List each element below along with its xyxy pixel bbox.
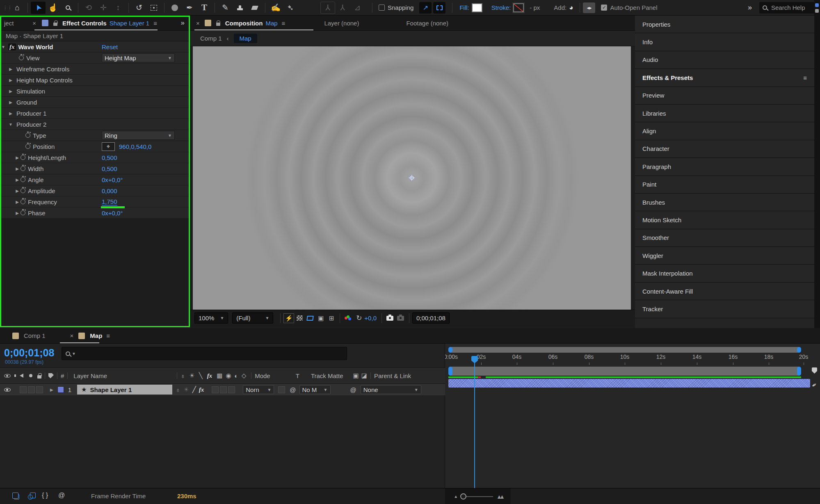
- magnification-dropdown[interactable]: 100%▼: [194, 312, 228, 324]
- preserve-transparency-icon[interactable]: ▣: [353, 372, 359, 379]
- footage-panel-tab[interactable]: Footage (none): [406, 20, 448, 27]
- composition-viewport[interactable]: ⌖: [193, 46, 631, 310]
- property-row-frequency[interactable]: ▶ Frequency 1,750: [0, 196, 190, 208]
- view-dropdown[interactable]: Height Map▼: [102, 53, 175, 62]
- dolly-camera-icon[interactable]: ↕: [111, 2, 126, 14]
- layer-duration-bar[interactable]: [448, 379, 810, 388]
- pan-camera-icon[interactable]: ✛: [96, 2, 111, 14]
- sidebar-item-paint[interactable]: Paint: [635, 176, 814, 194]
- snail-icon[interactable]: @: [58, 492, 65, 499]
- effect-row-wave-world[interactable]: ▼ fx Wave World Reset: [0, 41, 190, 52]
- snapshot-camera-icon[interactable]: [385, 313, 395, 323]
- sidebar-item-wiggler[interactable]: Wiggler: [635, 247, 814, 265]
- property-row-position[interactable]: Position ⌖ 960,0,540,0: [0, 141, 190, 152]
- zoom-tool-icon[interactable]: [60, 2, 75, 14]
- switch-cell[interactable]: [212, 386, 219, 393]
- stopwatch-icon[interactable]: [21, 199, 25, 204]
- chevron-right-icon[interactable]: ▶: [7, 100, 14, 105]
- close-icon[interactable]: ×: [32, 20, 36, 27]
- fast-previews-icon[interactable]: ⚡: [283, 313, 294, 323]
- fx-icon[interactable]: fx: [206, 372, 214, 379]
- eye-icon[interactable]: [4, 374, 11, 378]
- property-row-view[interactable]: View Height Map▼: [0, 52, 190, 64]
- switch-cell[interactable]: [228, 386, 235, 393]
- panel-menu-icon[interactable]: ≡: [106, 332, 110, 339]
- chevron-right-icon[interactable]: ▶: [14, 189, 21, 193]
- chevron-down-icon[interactable]: ▼: [7, 122, 14, 127]
- stopwatch-icon[interactable]: [25, 133, 30, 138]
- chevron-right-icon[interactable]: ▶: [7, 89, 14, 94]
- resolution-dropdown[interactable]: (Full)▼: [232, 312, 273, 324]
- search-help-box[interactable]: Search Help: [759, 2, 817, 14]
- timeline-horizontal-scrollbar[interactable]: [448, 347, 801, 353]
- shield-icon[interactable]: [812, 367, 817, 374]
- sidebar-item-brushes[interactable]: Brushes: [635, 194, 814, 211]
- column-mode[interactable]: Mode: [255, 372, 270, 379]
- panel-menu-icon[interactable]: ≡: [282, 20, 286, 27]
- audio-toggle-cell[interactable]: [20, 386, 27, 393]
- world-axis-icon[interactable]: ⅄: [335, 2, 350, 14]
- property-value[interactable]: 0x+0,0°: [102, 176, 123, 183]
- property-row-phase[interactable]: ▶ Phase 0x+0,0°: [0, 208, 190, 219]
- zoom-out-mountain-icon[interactable]: ▲: [454, 494, 458, 499]
- timeline-search-input[interactable]: ▼: [62, 347, 347, 360]
- group-row-height-map-controls[interactable]: ▶ Height Map Controls: [0, 75, 190, 86]
- solo-icon[interactable]: [29, 374, 32, 377]
- sidebar-item-motion-sketch[interactable]: Motion Sketch: [635, 211, 814, 229]
- type-tool-icon[interactable]: T: [197, 2, 212, 14]
- stopwatch-icon[interactable]: [25, 144, 30, 149]
- anchor-point-icon[interactable]: ⌖: [409, 171, 415, 185]
- eye-icon[interactable]: [4, 388, 11, 392]
- home-icon[interactable]: ⌂: [10, 2, 25, 14]
- breadcrumb-current[interactable]: Map: [234, 34, 257, 43]
- snapping-checkbox[interactable]: [379, 5, 385, 11]
- time-ruler[interactable]: 0:00s 02s 04s 06s 08s 10s 12s 14s 16s 18…: [445, 353, 820, 365]
- group-row-producer-1[interactable]: ▶ Producer 1: [0, 108, 190, 119]
- chevron-right-icon[interactable]: ▶: [7, 111, 14, 116]
- motion-blur-icon[interactable]: ◉: [226, 372, 231, 379]
- panel-menu-icon[interactable]: ≡: [803, 74, 807, 81]
- local-axis-icon[interactable]: ⅄: [320, 2, 335, 14]
- chevron-right-icon[interactable]: ▶: [7, 78, 14, 82]
- chevron-right-icon[interactable]: ▶: [50, 388, 53, 392]
- property-value[interactable]: 0,000: [102, 187, 117, 194]
- workspace-chip-icon[interactable]: [815, 3, 819, 7]
- snap-arrow-icon[interactable]: ↗: [419, 2, 432, 14]
- toolbar-overflow-chevron[interactable]: »: [748, 3, 752, 12]
- switch-cell[interactable]: [220, 386, 227, 393]
- mask-visibility-icon[interactable]: ▣: [315, 313, 326, 323]
- stopwatch-icon[interactable]: [19, 55, 24, 60]
- lock-icon[interactable]: [37, 375, 41, 379]
- collapse-icon[interactable]: ☀: [183, 386, 189, 393]
- shy-icon[interactable]: ♁: [180, 372, 185, 379]
- layer-row[interactable]: ▶ 1 ★ Shape Layer 1 ♁ ☀ ╱ fx Norn▼ @ No …: [0, 384, 445, 395]
- puppet-pin-tool-icon[interactable]: ➴: [283, 2, 298, 14]
- selection-tool-icon[interactable]: ➤: [31, 2, 46, 14]
- stroke-label[interactable]: Stroke:: [491, 4, 511, 11]
- fx-icon[interactable]: fx: [198, 386, 206, 393]
- composition-tab-title[interactable]: Composition: [225, 20, 263, 27]
- exposure-reset-icon[interactable]: ↻: [354, 313, 364, 323]
- group-row-wireframe-controls[interactable]: ▶ Wireframe Controls: [0, 64, 190, 75]
- label-tag-icon[interactable]: [48, 373, 54, 379]
- sidebar-item-align[interactable]: Align: [635, 122, 814, 140]
- adjustment-layer-icon[interactable]: ◐: [235, 372, 238, 379]
- timeline-tab-map[interactable]: Map: [90, 332, 102, 339]
- layer-name-cell[interactable]: ★ Shape Layer 1: [77, 385, 172, 395]
- zoom-slider-handle[interactable]: [460, 493, 466, 499]
- chevron-right-icon[interactable]: ▶: [14, 166, 21, 171]
- column-number[interactable]: #: [61, 372, 64, 379]
- chevron-right-icon[interactable]: ▶: [14, 155, 21, 160]
- property-row-height-length[interactable]: ▶ Height/Length 0,500: [0, 152, 190, 163]
- chevron-right-icon[interactable]: ▶: [14, 178, 21, 182]
- sidebar-item-character[interactable]: Character: [635, 140, 814, 158]
- grid-guides-icon[interactable]: ⊞: [326, 313, 337, 323]
- expression-braces-icon[interactable]: { }: [42, 492, 48, 499]
- clone-stamp-tool-icon[interactable]: [233, 2, 247, 14]
- region-of-interest-icon[interactable]: [305, 313, 315, 323]
- close-icon[interactable]: ×: [196, 20, 200, 27]
- orbit-camera-icon[interactable]: ⟲: [81, 2, 96, 14]
- lock-icon[interactable]: [216, 23, 220, 26]
- fill-swatch[interactable]: [472, 3, 482, 12]
- property-value[interactable]: 0,500: [102, 154, 117, 161]
